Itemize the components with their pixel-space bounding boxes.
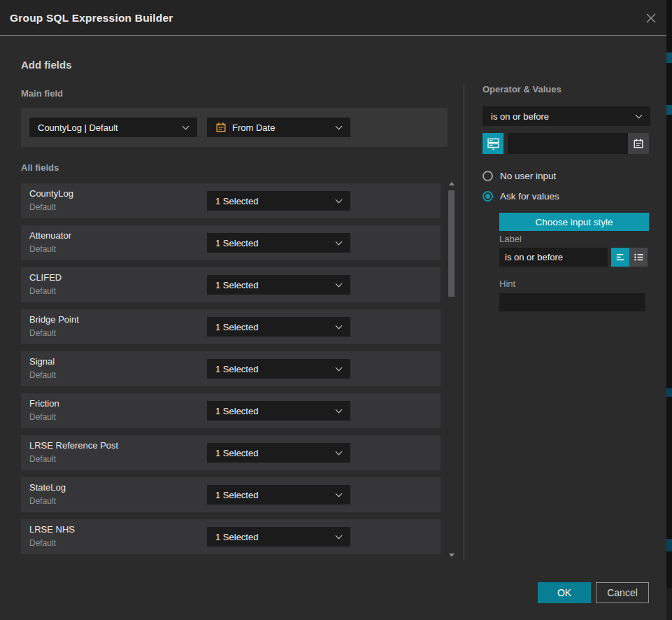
- scroll-up-arrow-icon[interactable]: [449, 182, 455, 185]
- field-row: CountyLog Default 1 Selected: [21, 183, 441, 218]
- background-fragment: [666, 388, 672, 397]
- field-values-select[interactable]: 1 Selected: [207, 233, 350, 253]
- field-name: LRSE NHS: [29, 524, 75, 535]
- field-sub: Default: [29, 454, 56, 464]
- field-values-select-value: 1 Selected: [215, 238, 258, 248]
- field-values-select-value: 1 Selected: [215, 406, 258, 416]
- field-values-select-value: 1 Selected: [215, 196, 258, 206]
- field-name: StateLog: [29, 482, 66, 493]
- scroll-down-arrow-icon[interactable]: [449, 554, 455, 557]
- ok-button[interactable]: OK: [538, 582, 591, 603]
- main-field-label: Main field: [21, 88, 63, 99]
- value-input-type-button[interactable]: [482, 133, 503, 154]
- background-app-edge: [666, 0, 672, 620]
- value-input[interactable]: [508, 133, 628, 154]
- chevron-down-icon: [336, 406, 343, 413]
- field-values-select-value: 1 Selected: [215, 448, 258, 458]
- scrollbar[interactable]: [448, 181, 456, 558]
- field-sub: Default: [29, 496, 56, 506]
- field-values-select[interactable]: 1 Selected: [207, 527, 350, 547]
- screen: Group SQL Expression Builder Add fields …: [0, 0, 672, 620]
- field-name: Bridge Point: [29, 314, 79, 325]
- operator-select-value: is on or before: [491, 111, 549, 122]
- field-sub: Default: [29, 538, 56, 548]
- operator-values-heading: Operator & Values: [482, 84, 562, 94]
- input-rows-icon: [487, 137, 500, 150]
- field-name: LRSE Reference Post: [29, 440, 118, 451]
- main-field-date-select[interactable]: From Date: [207, 118, 350, 137]
- hint-label: Hint: [499, 279, 515, 289]
- chevron-down-icon: [636, 111, 643, 118]
- choose-input-style-button[interactable]: Choose input style: [499, 213, 649, 231]
- all-fields-label: All fields: [21, 162, 59, 173]
- field-values-select-value: 1 Selected: [215, 280, 258, 290]
- label-input[interactable]: [499, 248, 608, 267]
- field-values-select-value: 1 Selected: [215, 490, 258, 500]
- field-values-select[interactable]: 1 Selected: [207, 191, 350, 211]
- field-values-select-value: 1 Selected: [215, 322, 258, 332]
- background-fragment: [666, 105, 672, 115]
- background-fragment: [666, 588, 672, 620]
- field-name: CLIFED: [29, 272, 62, 283]
- scrollbar-thumb[interactable]: [448, 190, 455, 297]
- operator-select[interactable]: is on or before: [482, 106, 650, 126]
- field-row: LRSE Reference Post Default 1 Selected: [21, 435, 441, 470]
- background-fragment: [666, 539, 672, 551]
- field-values-select[interactable]: 1 Selected: [207, 317, 350, 337]
- calendar-icon: [215, 122, 227, 133]
- radio-circle-icon: [482, 171, 493, 181]
- field-values-select[interactable]: 1 Selected: [207, 443, 350, 463]
- date-select-value: From Date: [232, 122, 275, 133]
- cancel-button[interactable]: Cancel: [596, 582, 649, 603]
- group-sql-expression-builder-dialog: Group SQL Expression Builder Add fields …: [0, 0, 666, 620]
- text-input-style-button[interactable]: [611, 248, 629, 267]
- field-sub: Default: [29, 412, 56, 422]
- list-input-style-button[interactable]: [629, 248, 648, 267]
- chevron-down-icon: [336, 122, 343, 129]
- field-row: CLIFED Default 1 Selected: [21, 267, 441, 302]
- chevron-down-icon: [336, 280, 343, 287]
- radio-ask-for-values[interactable]: Ask for values: [482, 191, 559, 202]
- field-sub: Default: [29, 286, 56, 296]
- close-icon[interactable]: [643, 10, 659, 27]
- radio-circle-icon: [482, 191, 493, 202]
- field-values-select[interactable]: 1 Selected: [207, 401, 350, 421]
- field-name: CountyLog: [29, 188, 73, 199]
- panel-divider: [464, 83, 464, 560]
- chevron-down-icon: [336, 448, 343, 455]
- field-sub: Default: [29, 370, 56, 380]
- radio-label: Ask for values: [500, 191, 559, 202]
- chevron-down-icon: [336, 532, 343, 539]
- field-values-select[interactable]: 1 Selected: [207, 275, 350, 295]
- field-name: Attenuator: [29, 230, 71, 241]
- field-row: Signal Default 1 Selected: [21, 351, 441, 386]
- field-row: LRSE NHS Default 1 Selected: [21, 519, 441, 554]
- field-sub: Default: [29, 244, 56, 254]
- radio-label: No user input: [500, 171, 556, 181]
- field-sub: Default: [29, 202, 56, 212]
- chevron-down-icon: [336, 490, 343, 497]
- field-values-select[interactable]: 1 Selected: [207, 485, 350, 505]
- align-left-icon: [615, 252, 626, 262]
- dialog-title: Group SQL Expression Builder: [10, 0, 173, 36]
- radio-no-user-input[interactable]: No user input: [482, 171, 556, 181]
- chevron-down-icon: [336, 238, 343, 245]
- label-label: Label: [499, 234, 522, 244]
- field-values-select-value: 1 Selected: [215, 364, 258, 374]
- field-values-select-value: 1 Selected: [215, 532, 258, 542]
- field-sub: Default: [29, 328, 56, 338]
- list-icon: [634, 252, 644, 262]
- field-name: Friction: [29, 398, 59, 409]
- field-row: Friction Default 1 Selected: [21, 393, 441, 428]
- field-values-select[interactable]: 1 Selected: [207, 359, 350, 379]
- hint-input[interactable]: [499, 293, 645, 311]
- calendar-icon: [633, 138, 644, 149]
- all-fields-list: CountyLog Default 1 Selected Attenuator …: [21, 183, 441, 561]
- dialog-header: Group SQL Expression Builder: [0, 0, 666, 36]
- field-name: Signal: [29, 356, 55, 367]
- main-field-layer-select[interactable]: CountyLog | Default: [29, 118, 197, 137]
- field-row: StateLog Default 1 Selected: [21, 477, 441, 512]
- add-fields-heading: Add fields: [21, 59, 72, 71]
- chevron-down-icon: [336, 196, 343, 203]
- date-picker-button[interactable]: [628, 133, 649, 154]
